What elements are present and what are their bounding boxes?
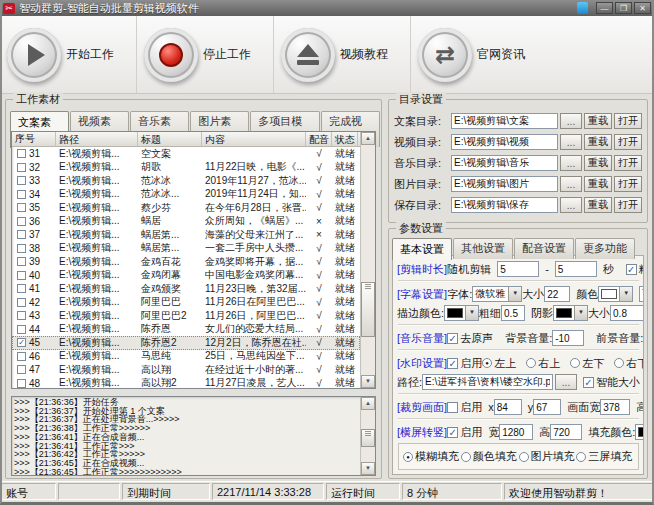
scroll-down-icon[interactable]: ▼ [361, 375, 375, 388]
reload-button[interactable]: 重载 [584, 197, 612, 213]
crop-enable-checkbox[interactable] [447, 402, 458, 413]
table-row[interactable]: 37 E:\视频剪辑... 蜗居第... 海藻的父母来江州了... × 就绪 [12, 228, 360, 242]
reload-button[interactable]: 重载 [584, 113, 612, 129]
directory-input[interactable] [451, 134, 558, 150]
crop-width-input[interactable] [600, 399, 630, 415]
rotate-height-input[interactable] [550, 424, 582, 440]
fill-mode-option[interactable]: 颜色填充 [461, 449, 509, 464]
shadow-size-input[interactable] [610, 305, 644, 321]
bg-volume-input[interactable] [552, 330, 584, 346]
directory-input[interactable] [451, 197, 558, 213]
support-icon[interactable] [577, 2, 588, 14]
table-row[interactable]: 38 E:\视频剪辑... 蜗居第... 一套二手房中人头攒... √ 就绪 [12, 242, 360, 256]
row-checkbox[interactable] [17, 149, 26, 158]
row-checkbox[interactable] [17, 203, 26, 212]
fill-color-dropdown[interactable]: ▼ [635, 424, 644, 440]
row-checkbox[interactable] [17, 311, 26, 320]
log-scrollbar[interactable]: ▲ ▼ [360, 397, 375, 475]
watermark-browse-button[interactable]: ... [555, 374, 577, 390]
row-checkbox[interactable] [17, 217, 26, 226]
row-checkbox[interactable] [17, 257, 26, 266]
start-work-button[interactable] [7, 28, 61, 82]
header-status[interactable]: 状态 [332, 132, 358, 146]
reload-button[interactable]: 重载 [584, 134, 612, 150]
reload-button[interactable]: 重载 [584, 155, 612, 171]
row-checkbox[interactable] [17, 230, 26, 239]
mute-original-checkbox[interactable]: ✓ [447, 333, 458, 344]
row-checkbox[interactable] [17, 284, 26, 293]
reload-button[interactable]: 重载 [584, 176, 612, 192]
table-row[interactable]: 39 E:\视频剪辑... 金鸡百花 金鸡奖即将开幕，据... √ 就绪 [12, 255, 360, 269]
browse-button[interactable]: ... [560, 134, 582, 150]
open-button[interactable]: 打开 [614, 113, 642, 129]
table-row[interactable]: 47 E:\视频剪辑... 高以翔 在经过近十小时的著... √ 就绪 [12, 363, 360, 377]
row-checkbox[interactable] [17, 271, 26, 280]
open-button[interactable]: 打开 [614, 155, 642, 171]
minimize-button[interactable]: — [596, 2, 613, 14]
parameter-tab[interactable]: 其他设置 [453, 238, 513, 259]
table-row[interactable]: 36 E:\视频剪辑... 蜗居 众所周知，《蜗居》... × 就绪 [12, 215, 360, 229]
browse-button[interactable]: ... [560, 197, 582, 213]
watermark-position-option[interactable]: ● 左上 [482, 356, 516, 371]
header-title[interactable]: 标题 [138, 132, 202, 146]
directory-input[interactable] [451, 155, 558, 171]
row-checkbox[interactable] [17, 244, 26, 253]
crop-y-input[interactable] [533, 399, 561, 415]
watermark-path-input[interactable] [422, 374, 553, 390]
maximize-button[interactable]: ❐ [615, 2, 632, 14]
directory-input[interactable] [451, 176, 558, 192]
row-checkbox[interactable] [17, 365, 26, 374]
fill-mode-option[interactable]: 三屏填充 [576, 449, 624, 464]
fill-mode-option[interactable]: 图片填充 [519, 449, 567, 464]
font-color-dropdown[interactable]: ▼ [598, 286, 633, 302]
official-news-button[interactable]: ⇄ [418, 28, 472, 82]
row-checkbox[interactable] [17, 352, 26, 361]
table-row[interactable]: 35 E:\视频剪辑... 蔡少芬 在今年6月28日，张晋... √ 就绪 [12, 201, 360, 215]
watermark-position-option[interactable]: 右上 [526, 356, 560, 371]
watermark-enable-checkbox[interactable]: ✓ [447, 358, 458, 369]
browse-button[interactable]: ... [560, 176, 582, 192]
header-seq[interactable]: 序号 [12, 132, 56, 146]
table-row[interactable]: 42 E:\视频剪辑... 阿里巴巴 11月26日在阿里巴巴... √ 就绪 [12, 296, 360, 310]
browse-button[interactable]: ... [560, 113, 582, 129]
row-checkbox[interactable] [17, 298, 26, 307]
table-scrollbar[interactable]: ▲ ▼ [360, 132, 375, 388]
fill-mode-option[interactable]: ● 模糊填充 [403, 449, 451, 464]
fg-volume-input[interactable] [643, 330, 644, 346]
table-row[interactable]: 48 E:\视频剪辑... 高以翔2 11月27日凌晨，艺人... √ 就绪 [12, 377, 360, 389]
video-tutorial-button[interactable] [281, 28, 335, 82]
font-size-input[interactable] [544, 286, 570, 302]
parameter-tab[interactable]: 基本设置 [392, 238, 452, 260]
stroke-width-input[interactable] [501, 305, 525, 321]
row-checkbox[interactable]: ✓ [17, 338, 26, 347]
row-checkbox[interactable] [17, 163, 26, 172]
crop-x-input[interactable] [494, 399, 522, 415]
table-scroll-thumb[interactable] [361, 282, 375, 337]
clip-min-input[interactable] [497, 261, 539, 277]
row-checkbox[interactable] [17, 325, 26, 334]
rotate-width-input[interactable] [499, 424, 533, 440]
table-row[interactable]: 34 E:\视频剪辑... 范冰冰... 2019年11月24日，知... √ … [12, 188, 360, 202]
clip-max-input[interactable] [555, 261, 597, 277]
rotate-enable-checkbox[interactable]: ✓ [447, 427, 458, 438]
precise-checkbox[interactable]: ✓ [626, 264, 637, 275]
parameter-tab[interactable]: 配音设置 [514, 238, 574, 259]
browse-button[interactable]: ... [560, 155, 582, 171]
table-row[interactable]: 31 E:\视频剪辑... 空文案 √ 就绪 [12, 147, 360, 161]
table-row[interactable]: 43 E:\视频剪辑... 阿里巴巴2 11月26日，阿里巴巴... √ 就绪 [12, 309, 360, 323]
subtitle-position-dropdown[interactable]: 下中 ▼ [639, 286, 644, 302]
table-row[interactable]: 32 E:\视频剪辑... 胡歌 11月22日映，电影《... √ 就绪 [12, 161, 360, 175]
table-row[interactable]: 41 E:\视频剪辑... 金鸡颁奖 11月23日晚，第32届... √ 就绪 [12, 282, 360, 296]
directory-input[interactable] [451, 113, 558, 129]
row-checkbox[interactable] [17, 190, 26, 199]
row-checkbox[interactable] [17, 379, 26, 388]
open-button[interactable]: 打开 [614, 134, 642, 150]
shadow-color-dropdown[interactable]: ▼ [553, 305, 588, 321]
row-checkbox[interactable] [17, 176, 26, 185]
table-row[interactable]: 40 E:\视频剪辑... 金鸡闭幕 中国电影金鸡奖闭幕... √ 就绪 [12, 269, 360, 283]
watermark-position-option[interactable]: 右下 [614, 356, 644, 371]
close-button[interactable]: ✕ [634, 2, 651, 14]
scroll-up-icon[interactable]: ▲ [361, 132, 375, 145]
table-row[interactable]: ✓45 E:\视频剪辑... 陈乔恩2 12月2日，陈乔恩在社... √ 就绪 [12, 336, 360, 350]
log-scroll-down-icon[interactable]: ▼ [361, 462, 375, 475]
